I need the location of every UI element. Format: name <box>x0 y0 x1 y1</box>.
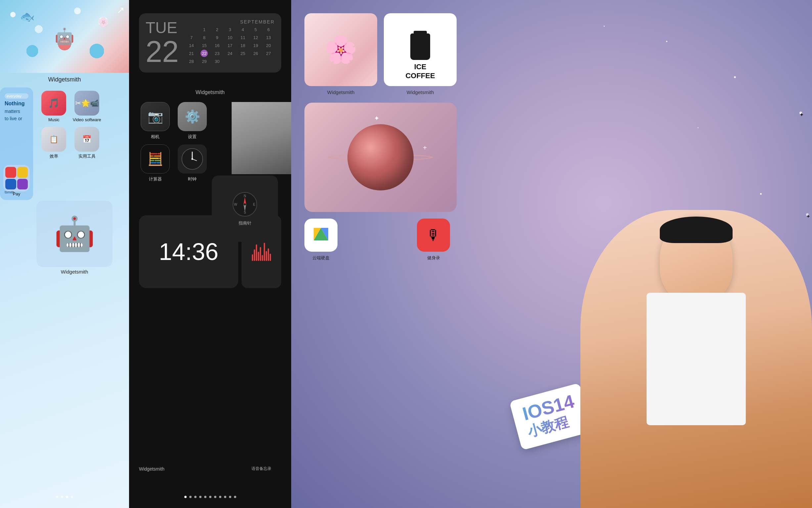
svg-point-3 <box>191 158 193 160</box>
vb10 <box>270 254 271 261</box>
music-app[interactable]: 🎵 Music <box>40 91 68 122</box>
c29: 28 <box>188 58 195 65</box>
clock-icon <box>178 144 207 173</box>
app-grid-left: 🎵 Music ✂🌟📹 Video software 📋 效率 📅 实用工具 <box>36 87 104 163</box>
vb6 <box>262 255 263 261</box>
vb2 <box>254 249 255 261</box>
c30: 29 <box>200 58 208 65</box>
c23-today: 22 <box>200 50 208 57</box>
c34 <box>252 58 259 65</box>
c20: 19 <box>252 42 259 49</box>
widget-line1: Nothing <box>5 101 29 107</box>
tools-app[interactable]: 📅 实用工具 <box>73 127 101 159</box>
dot-mid-11 <box>234 496 236 498</box>
dot-mid-10 <box>229 496 231 498</box>
time-display: 14:36 <box>159 238 219 265</box>
clock-app[interactable]: 时钟 <box>176 144 208 182</box>
efficiency-app[interactable]: 📋 效率 <box>40 127 68 159</box>
person-photo-overlay <box>514 177 812 508</box>
dot-mid-8 <box>219 496 221 498</box>
everyday-tag: everyday <box>5 93 29 99</box>
widget-line2: matters <box>5 109 29 114</box>
doraemon-widget: 🤖 <box>36 201 112 267</box>
c11: 10 <box>226 34 234 41</box>
c18: 17 <box>226 42 234 49</box>
ice-coffee-cup <box>410 34 430 60</box>
vb7 <box>264 243 265 261</box>
c19: 18 <box>239 42 246 49</box>
c3: 2 <box>213 26 221 33</box>
c5: 4 <box>239 26 246 33</box>
vb1 <box>252 254 253 261</box>
c26: 25 <box>239 50 246 57</box>
google-drive-app[interactable] <box>304 219 337 252</box>
widgetsmith-label-dora: Widgetsmith <box>36 269 112 274</box>
person-body <box>647 293 746 425</box>
ice-coffee-line1: ICE <box>414 62 427 71</box>
sparkle-1: ✦ <box>374 114 380 122</box>
voice-memo-label: 语音备忘录 <box>242 466 281 472</box>
planet-container: ✦ + <box>347 124 414 190</box>
pay-app-group[interactable]: Pay <box>0 165 33 196</box>
pay-dot-3 <box>5 179 16 190</box>
c2: 1 <box>200 26 208 33</box>
sparkle-2: + <box>423 144 427 152</box>
planet-sphere <box>347 124 414 190</box>
c9: 8 <box>200 34 208 41</box>
c28: 27 <box>265 50 272 57</box>
dot-4 <box>71 496 73 498</box>
c17: 16 <box>213 42 221 49</box>
star-6: ✦ <box>800 112 802 114</box>
dot-mid-4 <box>199 496 201 498</box>
vb3 <box>256 244 257 261</box>
star-1 <box>666 41 667 42</box>
settings-label: 设置 <box>188 134 197 140</box>
calculator-app[interactable]: 🧮 计算器 <box>139 144 172 182</box>
right-panel: ✦ ✦ 🌸 ICE COFFEE Widgetsmith Widgetsmith… <box>291 0 812 508</box>
dot-3-active <box>66 496 68 498</box>
vb4 <box>258 252 259 261</box>
vb9 <box>268 248 269 261</box>
c14: 13 <box>265 34 272 41</box>
widgetsmith-r1: Widgetsmith <box>304 89 377 95</box>
c22: 21 <box>188 50 195 57</box>
person-figure <box>580 210 812 508</box>
music-icon: 🎵 <box>41 91 66 116</box>
ice-coffee-text: ICE COFFEE <box>405 62 435 80</box>
dot-mid-3 <box>194 496 197 498</box>
widgetsmith-label-top: Widgetsmith <box>0 76 129 83</box>
compass-widget: N S W E 指南针 <box>212 175 278 242</box>
settings-app[interactable]: ⚙️ 设置 <box>176 102 208 140</box>
c8: 7 <box>188 34 195 41</box>
pay-dot-2 <box>17 167 28 178</box>
calendar-widget: TUE 22 SEPTEMBER 1 2 3 4 5 6 7 8 9 <box>139 13 281 73</box>
pay-dot-4 <box>17 179 28 190</box>
video-software-app[interactable]: ✂🌟📹 Video software <box>73 91 101 122</box>
camera-app[interactable]: 📷 相机 <box>139 102 172 140</box>
c10: 9 <box>213 34 221 41</box>
person-head <box>660 217 732 303</box>
video-software-label: Video software <box>73 117 101 122</box>
pay-label: Pay <box>13 192 20 196</box>
pink-flower-widget: 🌸 <box>304 13 377 86</box>
voice-record-app[interactable]: 🎙 <box>417 219 450 252</box>
settings-icon: ⚙️ <box>178 102 207 131</box>
dot-mid-5 <box>204 496 206 498</box>
voice-record-icon: 🎙 <box>426 227 441 243</box>
dot-mid-9 <box>224 496 226 498</box>
voice-record-label: 健身录 <box>417 255 450 261</box>
share-icon[interactable]: ↗ <box>117 5 125 15</box>
page-dots-left <box>0 496 129 498</box>
cal-grid: 1 2 3 4 5 6 7 8 9 10 11 12 13 14 15 <box>185 26 275 65</box>
mid-panel: TUE 22 SEPTEMBER 1 2 3 4 5 6 7 8 9 <box>129 0 291 508</box>
ice-coffee-widget: ICE COFFEE <box>384 13 457 86</box>
photo-person <box>232 102 291 174</box>
efficiency-icon: 📋 <box>41 127 66 152</box>
star-3 <box>698 127 699 128</box>
google-drive-label: 云端硬盘 <box>304 255 337 261</box>
flower-art: 🌸 <box>304 13 377 86</box>
c1 <box>188 26 195 33</box>
video-software-icon: ✂🌟📹 <box>75 91 99 116</box>
widget-line3: to live or <box>5 116 29 121</box>
widgetsmith-mid: Widgetsmith <box>129 89 291 95</box>
